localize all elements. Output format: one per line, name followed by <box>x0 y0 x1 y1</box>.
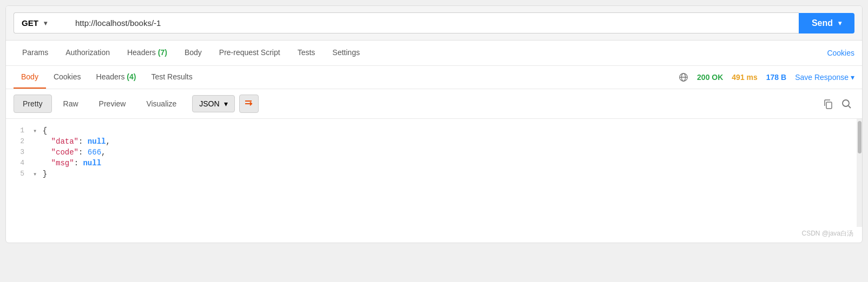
key-msg: "msg" <box>51 159 74 167</box>
response-tab-cookies[interactable]: Cookies <box>46 66 89 89</box>
val-data: null <box>88 137 106 146</box>
response-headers-label: Headers <box>96 72 125 81</box>
response-headers-badge: (4) <box>127 72 136 81</box>
tab-headers-label: Headers <box>127 48 156 57</box>
tab-authorization[interactable]: Authorization <box>57 41 119 65</box>
key-data: "data" <box>51 137 78 146</box>
fold-icon-5[interactable]: ▾ <box>33 171 37 178</box>
val-msg: null <box>83 159 101 167</box>
tab-tests[interactable]: Tests <box>289 41 324 65</box>
save-response-label: Save Response <box>795 73 849 82</box>
line-num-4: 4 <box>6 159 33 167</box>
code-area: 1 ▾ { 2 "data": null, 3 "code": 666, <box>6 119 862 227</box>
globe-icon <box>679 72 688 82</box>
method-selector[interactable]: GET ▾ <box>14 12 68 33</box>
svg-point-6 <box>843 100 849 106</box>
wrap-button[interactable] <box>239 95 259 113</box>
key-code: "code" <box>51 148 78 157</box>
method-label: GET <box>22 18 38 28</box>
response-meta: 200 OK 491 ms 178 B Save Response ▾ <box>679 72 854 82</box>
tab-headers[interactable]: Headers (7) <box>119 41 176 65</box>
watermark: CSDN @java白汤 <box>6 227 862 243</box>
url-bar: GET ▾ Send ▾ <box>6 6 862 41</box>
format-label: JSON <box>199 99 219 108</box>
svg-rect-5 <box>826 102 832 109</box>
response-size: 178 B <box>766 73 786 82</box>
view-visualize-button[interactable]: Visualize <box>137 95 186 113</box>
copy-button[interactable] <box>820 96 836 112</box>
copy-icon <box>823 98 833 109</box>
line-num-2: 2 <box>6 137 33 145</box>
code-line-2: 2 "data": null, <box>6 136 862 147</box>
format-selector[interactable]: JSON ▾ <box>192 95 234 112</box>
headers-badge: (7) <box>158 48 167 57</box>
save-response-chevron: ▾ <box>851 73 854 82</box>
send-button[interactable]: Send ▾ <box>799 13 854 33</box>
view-controls: Pretty Raw Preview Visualize JSON ▾ <box>6 89 862 119</box>
view-raw-button[interactable]: Raw <box>54 95 88 113</box>
line-num-5: 5 <box>6 170 33 178</box>
code-line-4: 4 "msg": null <box>6 158 862 169</box>
code-line-1: 1 ▾ { <box>6 125 862 136</box>
search-button[interactable] <box>838 96 854 112</box>
response-time: 491 ms <box>732 73 757 82</box>
code-line-3: 3 "code": 666, <box>6 147 862 158</box>
response-status: 200 OK <box>697 73 723 82</box>
response-tab-body[interactable]: Body <box>14 66 46 89</box>
code-line-5: 5 ▾ } <box>6 169 862 179</box>
url-input[interactable] <box>68 12 799 33</box>
scrollbar-thumb[interactable] <box>858 121 862 153</box>
tab-body[interactable]: Body <box>176 41 211 65</box>
format-chevron: ▾ <box>224 99 228 108</box>
fold-icon-1[interactable]: ▾ <box>33 127 37 135</box>
send-label: Send <box>812 18 833 28</box>
send-chevron: ▾ <box>838 19 841 27</box>
brace-close: } <box>43 170 47 178</box>
tab-params[interactable]: Params <box>14 41 57 65</box>
request-tabs: Params Authorization Headers (7) Body Pr… <box>6 41 862 66</box>
response-tab-headers[interactable]: Headers (4) <box>89 66 144 89</box>
cookies-link[interactable]: Cookies <box>827 49 854 57</box>
val-code: 666 <box>88 148 101 157</box>
wrap-icon <box>244 99 254 109</box>
view-preview-button[interactable]: Preview <box>90 95 135 113</box>
svg-line-7 <box>849 106 851 108</box>
line-num-3: 3 <box>6 148 33 156</box>
method-chevron: ▾ <box>44 19 47 27</box>
response-tabs: Body Cookies Headers (4) Test Results 20… <box>6 66 862 89</box>
save-response-button[interactable]: Save Response ▾ <box>795 73 854 82</box>
tab-pre-request[interactable]: Pre-request Script <box>211 41 289 65</box>
search-icon <box>841 98 852 109</box>
view-pretty-button[interactable]: Pretty <box>14 95 52 113</box>
code-body: 1 ▾ { 2 "data": null, 3 "code": 666, <box>6 119 862 227</box>
brace-open: { <box>43 126 47 135</box>
scrollbar-track[interactable] <box>857 119 862 227</box>
line-num-1: 1 <box>6 126 33 135</box>
tab-settings[interactable]: Settings <box>324 41 369 65</box>
app-container: GET ▾ Send ▾ Params Authorization Header… <box>5 5 863 243</box>
response-tab-test-results[interactable]: Test Results <box>143 66 200 89</box>
